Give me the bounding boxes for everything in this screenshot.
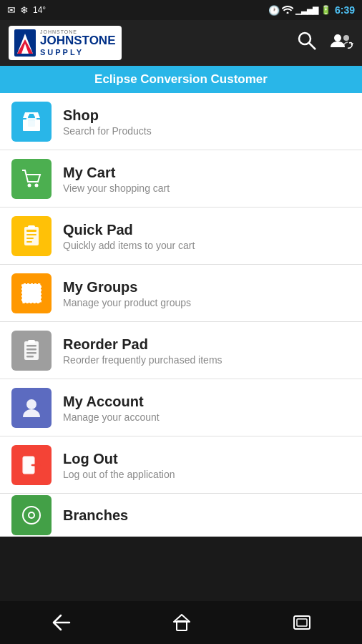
svg-point-4 (299, 33, 310, 44)
account-content: My Account Manage your account (63, 393, 160, 423)
svg-rect-15 (26, 230, 36, 232)
svg-rect-21 (24, 286, 31, 293)
svg-line-5 (309, 43, 315, 49)
groups-content: My Groups Manage your product groups (63, 278, 191, 308)
wifi-icon (282, 5, 293, 16)
recent-apps-button[interactable] (278, 609, 326, 636)
svg-rect-26 (26, 345, 36, 347)
shop-icon-box (11, 102, 52, 142)
clock-icon: 🕐 (268, 5, 280, 16)
nav-bar (0, 601, 362, 644)
branches-icon-box (11, 495, 52, 535)
svg-rect-22 (32, 286, 39, 293)
svg-rect-27 (26, 348, 36, 351)
search-button[interactable] (296, 30, 318, 57)
svg-point-7 (343, 35, 349, 41)
logo-sub-text: SUPPLY (40, 48, 116, 57)
account-switch-button[interactable] (329, 31, 353, 55)
time-display: 6:39 (335, 4, 355, 16)
groups-icon (19, 281, 44, 306)
quickpad-icon-box (11, 216, 52, 256)
cart-icon (19, 167, 44, 191)
shop-content: Shop Search for Products (63, 107, 152, 137)
account-subtitle: Manage your account (63, 411, 160, 423)
snowflake-icon: ❄ (20, 4, 29, 16)
reorder-subtitle: Reorder frequently purchased items (63, 354, 222, 366)
menu-item-reorder[interactable]: Reorder Pad Reorder frequently purchased… (0, 322, 362, 379)
home-icon (172, 613, 191, 632)
signal-icon: ▁▃▅▇ (295, 6, 318, 15)
svg-point-31 (26, 399, 36, 409)
menu-item-quickpad[interactable]: Quick Pad Quickly add items to your cart (0, 208, 362, 265)
svg-point-13 (35, 183, 39, 187)
logo-main-text: JOHNSTONE (40, 34, 116, 48)
reorder-icon-box (11, 331, 52, 371)
account-icon (19, 396, 44, 420)
svg-rect-14 (24, 227, 39, 245)
svg-rect-28 (26, 352, 36, 354)
logo-triangle-icon (14, 29, 36, 57)
cart-subtitle: View your shopping cart (63, 182, 170, 194)
menu-item-branches[interactable]: Branches (0, 494, 362, 537)
logout-subtitle: Log out of the application (63, 469, 175, 480)
logout-title: Log Out (63, 450, 175, 467)
quickpad-title: Quick Pad (63, 221, 195, 238)
temperature: 14° (33, 5, 46, 15)
logo-text: JOHNSTONE JOHNSTONE SUPPLY (40, 29, 116, 57)
mail-icon: ✉ (7, 4, 16, 16)
svg-rect-23 (24, 294, 31, 301)
logout-icon (19, 453, 44, 477)
reorder-title: Reorder Pad (63, 336, 222, 353)
branches-content: Branches (63, 507, 128, 524)
reorder-icon (19, 338, 44, 363)
status-icons: 🕐 ▁▃▅▇ 🔋 6:39 (268, 4, 355, 16)
groups-icon-box (11, 273, 52, 313)
svg-rect-29 (26, 356, 34, 358)
banner-text: Eclipse Conversion Customer (94, 72, 268, 87)
quickpad-icon (19, 224, 44, 248)
svg-rect-30 (28, 340, 35, 343)
svg-rect-19 (28, 225, 35, 229)
logo-container: JOHNSTONE JOHNSTONE SUPPLY (9, 26, 122, 60)
svg-rect-24 (32, 294, 39, 301)
groups-title: My Groups (63, 278, 191, 296)
cart-icon-box (11, 159, 52, 199)
svg-rect-42 (297, 619, 307, 626)
quickpad-content: Quick Pad Quickly add items to your cart (63, 221, 195, 251)
home-button[interactable] (158, 608, 205, 638)
battery-icon: 🔋 (321, 5, 331, 15)
status-left: ✉ ❄ 14° (7, 4, 46, 16)
cart-content: My Cart View your shopping cart (63, 164, 170, 194)
svg-point-6 (334, 34, 341, 42)
status-bar: ✉ ❄ 14° 🕐 ▁▃▅▇ 🔋 6:39 (0, 0, 362, 20)
back-button[interactable] (36, 608, 85, 637)
menu-list: Shop Search for Products My Cart View yo… (0, 93, 362, 537)
shop-title: Shop (63, 107, 152, 124)
account-icon-box (11, 388, 52, 428)
menu-item-logout[interactable]: Log Out Log out of the application (0, 436, 362, 494)
back-icon (51, 614, 71, 631)
svg-rect-16 (26, 234, 36, 235)
menu-item-shop[interactable]: Shop Search for Products (0, 93, 362, 150)
menu-item-cart[interactable]: My Cart View your shopping cart (0, 150, 362, 208)
reorder-content: Reorder Pad Reorder frequently purchased… (63, 336, 222, 366)
branches-icon (19, 503, 44, 527)
account-title: My Account (63, 393, 160, 410)
app-header: JOHNSTONE JOHNSTONE SUPPLY (0, 20, 362, 66)
cart-title: My Cart (63, 164, 170, 181)
svg-point-37 (29, 513, 34, 517)
branches-title: Branches (63, 507, 128, 524)
menu-item-account[interactable]: My Account Manage your account (0, 379, 362, 436)
menu-item-groups[interactable]: My Groups Manage your product groups (0, 265, 362, 322)
shop-subtitle: Search for Products (63, 125, 152, 137)
logout-icon-box (11, 445, 52, 485)
groups-subtitle: Manage your product groups (63, 297, 191, 308)
recent-apps-icon (293, 615, 311, 630)
quickpad-subtitle: Quickly add items to your cart (63, 240, 195, 251)
shop-icon (19, 109, 44, 134)
svg-marker-8 (351, 43, 353, 46)
banner: Eclipse Conversion Customer (0, 66, 362, 93)
logout-content: Log Out Log out of the application (63, 450, 175, 480)
header-icons (296, 30, 353, 57)
svg-rect-18 (26, 241, 32, 243)
